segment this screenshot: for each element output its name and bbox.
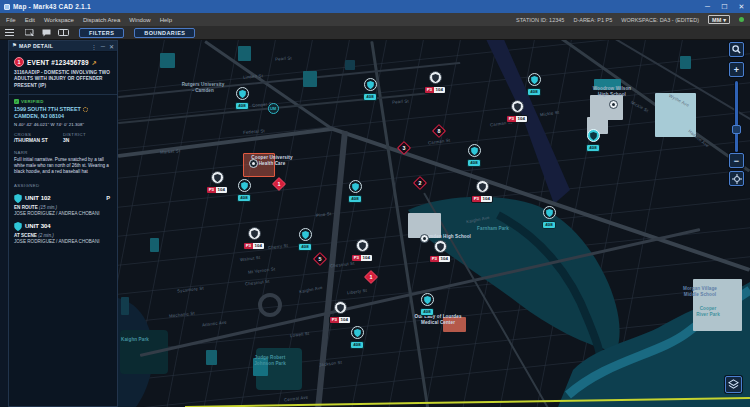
menu-bar: File Edit Workspace Dispatch Area Window… [0,13,750,26]
assigned-unit-row[interactable]: UNIT 102 P EN ROUTE (15 min.) JOSE RODRI… [14,194,112,216]
layers-button[interactable] [725,376,742,393]
unit-shield-icon [14,222,22,231]
online-status-icon [739,17,744,22]
poi-pin [609,100,618,109]
gear-icon[interactable] [83,107,88,112]
chat-icon[interactable] [41,28,52,37]
event-marker-8[interactable]: 8 [433,125,445,137]
poi-badge: UM [268,103,279,114]
map-select-icon[interactable] [24,28,35,37]
window-controls: ─ ☐ ✕ [699,0,750,13]
unit-status: AT SCENE [14,233,37,238]
menu-workspace[interactable]: Workspace [44,17,74,23]
title-bar: Map - Mark43 CAD 2.1.1 ─ ☐ ✕ [0,0,750,13]
panel-header: ⚑ MAP DETAIL ⋮ ─ ✕ [9,41,117,52]
unit-eta: (2 min.) [37,233,54,238]
unit-marker-teal[interactable]: 408 [292,228,318,251]
event-marker-5[interactable]: 5 [314,253,326,265]
event-marker-3[interactable]: 3 [398,142,410,154]
status-group: STATION ID: 12345 D-AREA: P1 P5 WORKSPAC… [516,15,744,24]
zoom-slider[interactable] [735,81,738,152]
event-description: 3116AADIP - DOMESTIC INVOLVING TWO ADULT… [14,70,112,89]
window-title: Map - Mark43 CAD 2.1.1 [13,3,91,10]
unit-marker-teal[interactable]: 408 [344,326,370,349]
assigned-label: ASSIGNED [14,183,112,188]
toolbar: FILTERS BOUNDARIES [0,26,750,40]
unit-members: JOSE RODRIGUEZ / ANDREA CHOBANI [14,211,112,216]
open-event-icon[interactable]: ↗ [92,59,97,66]
unit-marker-white[interactable]: P3104 [349,239,375,262]
unit-marker-teal[interactable]: 408 [521,73,547,96]
dispatch-area-status: D-AREA: P1 P5 [573,17,612,23]
hamburger-menu-icon[interactable] [5,29,14,37]
user-menu[interactable]: MM▾ [708,15,730,24]
menu-help[interactable]: Help [160,17,172,23]
poi-label: Camden High School [423,234,471,240]
unit-marker-teal[interactable]: 408 [357,78,383,101]
unit-marker-white[interactable]: P3104 [422,71,448,94]
workspace-status: WORKSPACE: DA3 - (EDITED) [621,17,699,23]
unit-flag: P [106,195,112,201]
flag-icon: ⚑ [12,43,17,49]
event-marker-1[interactable]: 1 [273,178,285,190]
unit-marker-teal[interactable]: 408 [229,87,255,110]
panel-title: MAP DETAIL [19,43,53,49]
building [680,56,691,69]
poi-label: Woodrow WilsonHigh School [593,86,632,97]
app-icon [4,4,10,10]
event-marker-2[interactable]: 2 [414,177,426,189]
poi-pin [249,159,258,168]
unit-marker-white[interactable]: P3104 [469,180,495,203]
zoom-slider-handle[interactable] [732,125,741,134]
unit-marker-white[interactable]: P3104 [427,240,453,263]
verified-label: VERIFIED [21,99,44,104]
building [121,297,129,315]
menu-dispatch-area[interactable]: Dispatch Area [83,17,120,23]
unit-marker-white[interactable]: P3104 [504,100,530,123]
app-window: Map - Mark43 CAD 2.1.1 ─ ☐ ✕ File Edit W… [0,0,750,407]
kebab-menu-icon[interactable]: ⋮ [91,43,97,50]
poi-label: Kaighn Park [121,337,149,343]
building [345,60,355,70]
unit-marker-teal[interactable]: 408 [580,129,606,152]
close-button[interactable]: ✕ [733,0,750,13]
unit-marker-white[interactable]: P3104 [327,301,353,324]
layers-icon [728,379,739,390]
maximize-button[interactable]: ☐ [716,0,733,13]
poi-pin [420,234,429,243]
unit-marker-teal[interactable]: 408 [342,180,368,203]
event-marker-1[interactable]: 1 [365,271,377,283]
menu-window[interactable]: Window [129,17,150,23]
zoom-in-button[interactable]: + [729,62,744,77]
unit-marker-teal[interactable]: 408 [231,179,257,202]
zoom-out-button[interactable]: − [729,153,744,168]
poi-label: Judge RobertJohnson Park [254,355,286,366]
station-id: STATION ID: 12345 [516,17,564,23]
filters-button[interactable]: FILTERS [79,28,124,38]
chevron-down-icon: ▾ [723,17,726,23]
search-icon [732,45,741,54]
verified-icon: ✓ [14,99,19,104]
minimize-button[interactable]: ─ [699,0,716,13]
unit-marker-teal[interactable]: 408 [536,206,562,229]
map-search-button[interactable] [729,42,744,57]
locate-button[interactable] [729,171,744,186]
unit-marker-teal[interactable]: 408 [461,144,487,167]
building [150,238,159,252]
map-canvas[interactable]: + − Pearl StPearl StLinden StCooper StFe… [118,40,750,407]
poi-label: CooperRiver Park [696,306,720,317]
menu-file[interactable]: File [6,17,16,23]
unit-shield-icon [14,194,22,203]
poi-label: Farnham Park [477,226,509,232]
assigned-unit-row[interactable]: UNIT 304 AT SCENE (2 min.) JOSE RODRIGUE… [14,222,112,244]
unit-marker-teal[interactable]: 408 [414,293,440,316]
district-value: 3N [63,138,112,143]
panel-close-icon[interactable]: ✕ [109,43,114,50]
event-title: EVENT #123456789 [27,59,89,66]
panel-minimize-icon[interactable]: ─ [101,43,105,50]
boundaries-button[interactable]: BOUNDARIES [134,28,195,38]
menu-edit[interactable]: Edit [25,17,35,23]
unit-marker-white[interactable]: P3104 [241,227,267,250]
unit-marker-white[interactable]: P3104 [204,171,230,194]
screens-icon[interactable] [58,28,69,37]
